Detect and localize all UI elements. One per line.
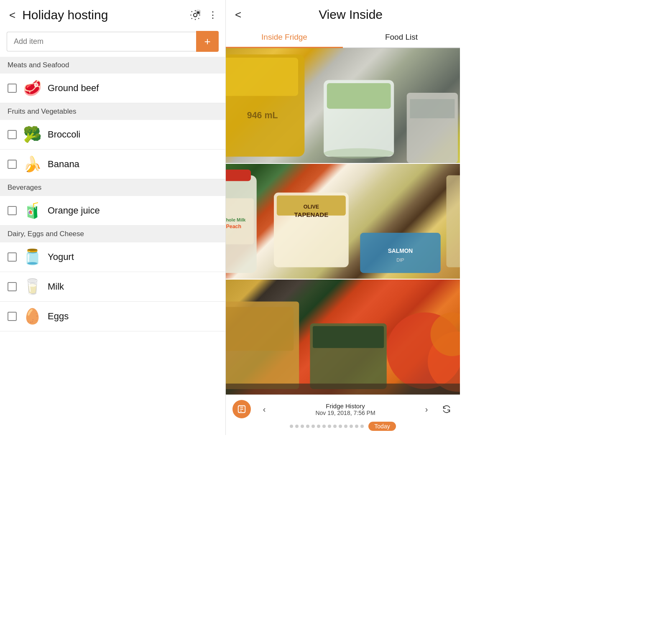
prev-history-button[interactable]: ‹ <box>258 402 271 416</box>
svg-text:Peach: Peach <box>226 224 241 229</box>
tabs-row: Inside Fridge Food List <box>226 28 460 48</box>
item-checkbox-eggs[interactable] <box>8 312 17 321</box>
item-checkbox-broccoli[interactable] <box>8 130 17 139</box>
fridge-history-icon[interactable] <box>232 400 251 418</box>
item-emoji-ground-beef: 🥩 <box>23 79 42 97</box>
item-emoji-milk: 🥛 <box>23 278 42 295</box>
item-name-milk: Milk <box>48 281 64 292</box>
dot-14[interactable] <box>360 425 364 428</box>
item-emoji-eggs: 🥚 <box>23 308 42 325</box>
left-header: < Holiday hosting % ⋮ <box>0 0 225 28</box>
svg-rect-4 <box>226 58 298 96</box>
svg-point-8 <box>324 148 394 158</box>
category-dairy-header: Dairy, Eggs and Cheese <box>0 226 225 242</box>
svg-text:%: % <box>197 11 199 14</box>
item-emoji-orange-juice: 🧃 <box>23 202 42 219</box>
item-checkbox-banana[interactable] <box>8 160 17 169</box>
category-fruits-header: Fruits and Vegetables <box>0 103 225 120</box>
fridge-image-bottom <box>226 280 460 395</box>
right-panel: < View Inside Inside Fridge Food List 94… <box>226 0 460 435</box>
fridge-controls-row: ‹ Fridge History Nov 19, 2018, 7:56 PM › <box>232 400 453 418</box>
right-header: < View Inside <box>226 0 460 28</box>
category-meats-header: Meats and Seafood <box>0 57 225 74</box>
right-page-title: View Inside <box>248 8 453 22</box>
svg-rect-10 <box>410 99 455 118</box>
left-panel: < Holiday hosting % ⋮ + Meats and Seafoo… <box>0 0 226 435</box>
item-name-orange-juice: Orange juice <box>48 205 100 216</box>
list-item: 🍌 Banana <box>0 150 225 179</box>
svg-text:DIP: DIP <box>396 257 404 262</box>
svg-text:SALMON: SALMON <box>388 248 413 254</box>
list-item: 🥦 Broccoli <box>0 120 225 150</box>
refresh-button[interactable] <box>440 402 453 416</box>
item-name-eggs: Eggs <box>48 311 69 322</box>
fridge-history-info: Fridge History Nov 19, 2018, 7:56 PM <box>271 402 420 416</box>
list-item: 🥛 Milk <box>0 272 225 302</box>
item-emoji-broccoli: 🥦 <box>23 126 42 143</box>
dot-11[interactable] <box>344 425 347 428</box>
list-item: 🧃 Orange juice <box>0 196 225 226</box>
svg-rect-29 <box>313 326 384 348</box>
fridge-image-top: 946 mL <box>226 48 460 163</box>
next-history-button[interactable]: › <box>420 402 433 416</box>
svg-text:OLIVE: OLIVE <box>304 204 319 210</box>
list-item: 🥚 Eggs <box>0 302 225 331</box>
dot-1[interactable] <box>290 425 293 428</box>
right-back-button[interactable]: < <box>232 8 244 21</box>
item-name-ground-beef: Ground beef <box>48 83 99 94</box>
fridge-images-container: 946 mL Whole Milk Peach <box>226 48 460 395</box>
svg-rect-13 <box>226 170 251 181</box>
dot-2[interactable] <box>295 425 299 428</box>
item-checkbox-milk[interactable] <box>8 282 17 291</box>
fridge-history-dots: Today <box>290 422 396 431</box>
add-item-button[interactable]: + <box>196 31 219 52</box>
item-checkbox-orange-juice[interactable] <box>8 206 17 215</box>
item-emoji-banana: 🍌 <box>23 155 42 173</box>
svg-rect-27 <box>226 307 294 351</box>
svg-rect-24 <box>447 176 460 267</box>
item-checkbox-ground-beef[interactable] <box>8 84 17 93</box>
left-back-button[interactable]: < <box>7 10 18 20</box>
list-item: 🥩 Ground beef <box>0 74 225 103</box>
more-options-icon[interactable]: ⋮ <box>207 8 219 23</box>
svg-text:TAPENADE: TAPENADE <box>294 211 328 218</box>
item-name-broccoli: Broccoli <box>48 129 80 140</box>
dot-6[interactable] <box>317 425 320 428</box>
dot-10[interactable] <box>339 425 342 428</box>
svg-text:946 mL: 946 mL <box>247 110 278 120</box>
add-item-row: + <box>7 31 219 52</box>
svg-rect-7 <box>327 83 391 109</box>
gear-icon[interactable]: % <box>188 8 203 23</box>
svg-text:Whole Milk: Whole Milk <box>226 217 246 222</box>
item-name-banana: Banana <box>48 159 79 170</box>
list-item: 🫙 Yogurt <box>0 242 225 272</box>
category-beverages-header: Beverages <box>0 179 225 196</box>
fridge-image-middle: Whole Milk Peach OLIVE TAPENADE SALMON D… <box>226 164 460 279</box>
page-title: Holiday hosting <box>22 8 184 22</box>
tab-inside-fridge[interactable]: Inside Fridge <box>226 28 343 48</box>
dot-3[interactable] <box>301 425 304 428</box>
dot-12[interactable] <box>350 425 353 428</box>
item-name-yogurt: Yogurt <box>48 252 74 262</box>
fridge-history-title: Fridge History <box>271 402 420 410</box>
svg-rect-33 <box>226 384 460 395</box>
item-checkbox-yogurt[interactable] <box>8 252 17 262</box>
dot-4[interactable] <box>306 425 309 428</box>
dot-8[interactable] <box>328 425 331 428</box>
add-item-input[interactable] <box>7 32 196 51</box>
fridge-history-date: Nov 19, 2018, 7:56 PM <box>271 410 420 416</box>
fridge-bottom-bar: ‹ Fridge History Nov 19, 2018, 7:56 PM › <box>226 395 460 435</box>
tab-food-list[interactable]: Food List <box>343 28 460 47</box>
dot-13[interactable] <box>355 425 358 428</box>
dot-5[interactable] <box>312 425 315 428</box>
item-emoji-yogurt: 🫙 <box>23 248 42 266</box>
dot-7[interactable] <box>322 425 326 428</box>
today-badge[interactable]: Today <box>368 422 396 431</box>
dot-9[interactable] <box>333 425 337 428</box>
